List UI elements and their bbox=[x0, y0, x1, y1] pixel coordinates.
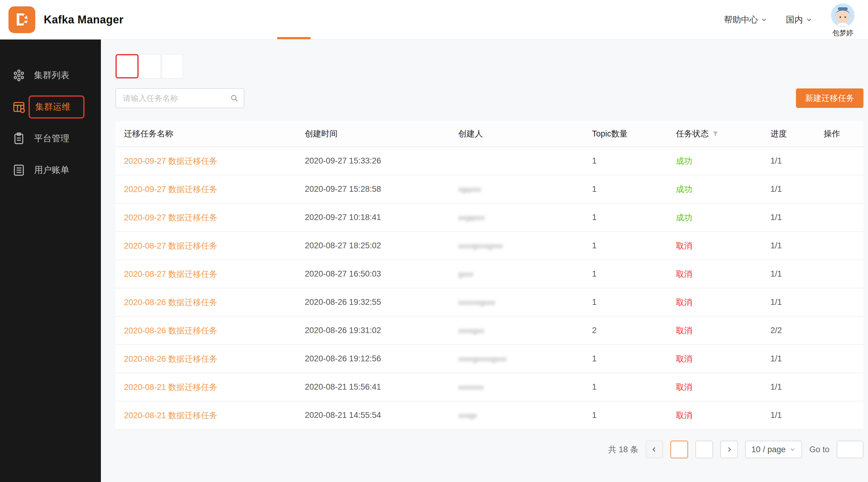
filter-funnel-icon[interactable] bbox=[712, 130, 719, 137]
task-name-link[interactable]: 2020-08-26 数据迁移任务 bbox=[124, 354, 218, 363]
table-row: 2020-08-21 数据迁移任务 2020-08-21 15:56:41 xx… bbox=[116, 373, 863, 401]
task-name-link[interactable]: 2020-09-27 数据迁移任务 bbox=[124, 185, 218, 194]
search-icon bbox=[230, 94, 239, 103]
page-number-list bbox=[671, 441, 713, 458]
status-badge: 成功 bbox=[676, 213, 692, 222]
topic-count-cell: 1 bbox=[592, 185, 676, 194]
sidebar-item-label: 用户账单 bbox=[34, 164, 69, 176]
platform-manage-icon bbox=[12, 132, 26, 145]
status-badge: 成功 bbox=[676, 157, 692, 166]
created-time-cell: 2020-08-26 19:12:56 bbox=[305, 354, 458, 363]
task-name-link[interactable]: 2020-08-26 数据迁移任务 bbox=[124, 298, 218, 307]
progress-cell: 1/1 bbox=[770, 382, 824, 392]
status-badge: 取消 bbox=[676, 383, 692, 392]
cluster-list-icon bbox=[12, 69, 26, 82]
creator-cell-redacted: gxxx bbox=[458, 270, 473, 278]
creator-cell-redacted: xxgqxxx bbox=[458, 213, 485, 222]
progress-cell: 1/1 bbox=[770, 156, 824, 166]
created-time-cell: 2020-08-27 16:50:03 bbox=[305, 269, 458, 279]
created-time-cell: 2020-08-26 19:32:55 bbox=[305, 297, 458, 307]
column-header: 操作 bbox=[824, 128, 863, 139]
sidebar-item-label: 平台管理 bbox=[34, 132, 69, 144]
pagination: 共 18 条 10 / page Go to bbox=[116, 441, 863, 471]
help-center-menu[interactable]: 帮助中心 bbox=[724, 14, 768, 26]
created-time-cell: 2020-09-27 15:33:26 bbox=[305, 156, 458, 166]
creator-cell-redacted: xxxxxxgxxx bbox=[458, 298, 495, 306]
search-input[interactable] bbox=[116, 88, 244, 108]
task-name-link[interactable]: 2020-08-21 数据迁移任务 bbox=[124, 411, 218, 420]
topic-count-cell: 1 bbox=[592, 241, 676, 250]
progress-cell: 1/1 bbox=[770, 269, 824, 279]
page-number-button[interactable] bbox=[695, 441, 713, 458]
prev-page-button[interactable] bbox=[646, 441, 663, 458]
status-badge: 取消 bbox=[676, 298, 692, 307]
progress-cell: 1/1 bbox=[770, 213, 824, 222]
app-title: Kafka Manager bbox=[44, 13, 124, 26]
created-time-cell: 2020-08-26 19:31:02 bbox=[305, 326, 458, 335]
topic-count-cell: 1 bbox=[592, 354, 676, 363]
region-selector[interactable]: 国内 bbox=[786, 14, 813, 26]
task-name-link[interactable]: 2020-08-26 数据迁移任务 bbox=[124, 326, 218, 335]
region-label: 国内 bbox=[786, 14, 803, 26]
goto-page-input[interactable] bbox=[837, 441, 863, 458]
sidebar-item[interactable]: 平台管理 bbox=[0, 123, 101, 154]
created-time-cell: 2020-09-27 15:28:58 bbox=[305, 185, 458, 194]
creator-cell-redacted: xxxxxxx bbox=[458, 383, 484, 391]
column-header: 进度 bbox=[770, 128, 824, 139]
progress-cell: 1/1 bbox=[770, 354, 824, 363]
task-table: 迁移任务名称 创建时间 创建人 Topic数量 任务状态 进度 操作 2020-… bbox=[116, 121, 863, 430]
topic-count-cell: 1 bbox=[592, 382, 676, 392]
page-size-select[interactable]: 10 / page bbox=[745, 441, 802, 458]
task-name-link[interactable]: 2020-09-27 数据迁移任务 bbox=[124, 213, 218, 222]
main-nav bbox=[175, 0, 333, 39]
total-count-text: 共 18 条 bbox=[608, 444, 638, 455]
created-time-cell: 2020-08-21 14:55:54 bbox=[305, 411, 458, 420]
progress-cell: 1/1 bbox=[770, 411, 824, 420]
creator-cell-redacted: xgqxxx bbox=[458, 185, 481, 193]
sidebar-item[interactable]: 集群列表 bbox=[0, 60, 101, 91]
next-page-button[interactable] bbox=[720, 441, 738, 458]
user-bill-icon bbox=[12, 163, 26, 177]
tab[interactable] bbox=[116, 54, 138, 78]
tab[interactable] bbox=[162, 54, 183, 78]
top-header: D Kafka Manager 帮助中心 国内 bbox=[0, 0, 868, 39]
chevron-left-icon bbox=[650, 446, 658, 453]
created-time-cell: 2020-08-21 15:56:41 bbox=[305, 382, 458, 392]
sidebar-item-label: 集群列表 bbox=[34, 69, 69, 82]
user-profile[interactable]: 包梦婷 bbox=[831, 3, 855, 38]
table-header-row: 迁移任务名称 创建时间 创建人 Topic数量 任务状态 进度 操作 bbox=[116, 121, 863, 147]
task-name-link[interactable]: 2020-09-27 数据迁移任务 bbox=[124, 157, 218, 166]
status-badge: 成功 bbox=[676, 185, 692, 194]
page-number-button[interactable] bbox=[671, 441, 688, 458]
goto-label: Go to bbox=[809, 445, 829, 454]
table-row: 2020-09-27 数据迁移任务 2020-09-27 15:28:58 xg… bbox=[116, 175, 863, 204]
sidebar-item-label: 集群运维 bbox=[29, 95, 85, 119]
task-name-link[interactable]: 2020-08-27 数据迁移任务 bbox=[124, 269, 218, 279]
topic-count-cell: 2 bbox=[592, 326, 676, 335]
avatar bbox=[831, 3, 855, 27]
sidebar-item[interactable]: 用户账单 bbox=[0, 154, 101, 186]
status-badge: 取消 bbox=[676, 241, 692, 250]
created-time-cell: 2020-09-27 10:18:41 bbox=[305, 213, 458, 222]
table-body: 2020-09-27 数据迁移任务 2020-09-27 15:33:26 1 … bbox=[116, 147, 863, 430]
sidebar: 集群列表 集群运维 平台管理 用户账单 bbox=[0, 39, 101, 482]
column-header: 迁移任务名称 bbox=[124, 128, 305, 139]
sidebar-item[interactable]: 集群运维 bbox=[0, 91, 101, 123]
table-row: 2020-08-27 数据迁移任务 2020-08-27 16:50:03 gx… bbox=[116, 260, 863, 288]
creator-cell-redacted: xxxxgxxxgxxx bbox=[458, 242, 503, 250]
create-migration-task-button[interactable]: 新建迁移任务 bbox=[796, 89, 863, 108]
column-header-status: 任务状态 bbox=[676, 128, 770, 139]
task-name-link[interactable]: 2020-08-27 数据迁移任务 bbox=[124, 241, 218, 250]
chevron-right-icon bbox=[725, 446, 733, 453]
search-box bbox=[116, 88, 244, 108]
sidebar-menu: 集群列表 集群运维 平台管理 用户账单 bbox=[0, 60, 101, 186]
task-name-link[interactable]: 2020-08-21 数据迁移任务 bbox=[124, 383, 218, 392]
tab[interactable] bbox=[140, 54, 161, 78]
status-badge: 取消 bbox=[676, 269, 692, 279]
topic-count-cell: 1 bbox=[592, 156, 676, 166]
table-row: 2020-08-21 数据迁移任务 2020-08-21 14:55:54 xx… bbox=[116, 401, 863, 430]
table-row: 2020-08-26 数据迁移任务 2020-08-26 19:12:56 xx… bbox=[116, 345, 863, 373]
created-time-cell: 2020-08-27 18:25:02 bbox=[305, 241, 458, 250]
help-center-label: 帮助中心 bbox=[724, 14, 758, 26]
creator-cell-redacted: xxxgx bbox=[458, 411, 477, 419]
